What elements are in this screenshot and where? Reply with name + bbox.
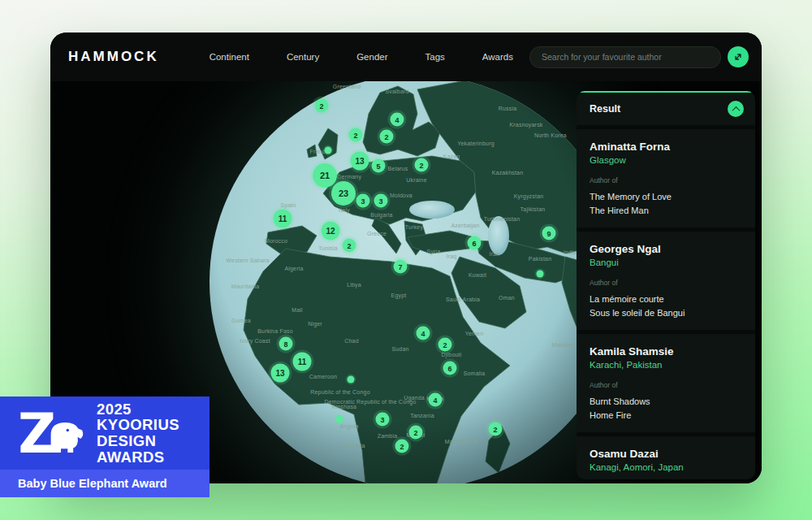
map-marker[interactable]: 13 [271,364,290,383]
author-of-label: Author of [590,176,742,184]
map-marker[interactable]: 13 [351,152,369,171]
map-marker[interactable]: 4 [391,113,404,127]
author-card[interactable]: Georges Ngal Bangui Author of La mémoire… [577,232,755,330]
award-line3: AWARDS [97,449,179,466]
map-marker[interactable]: 12 [322,222,340,240]
map-marker[interactable]: 11 [293,353,312,371]
brand-logo: HAMMOCK [68,49,159,65]
book-title: The Memory of Love [590,190,742,204]
nav-item-awards[interactable]: Awards [482,52,513,62]
map-marker[interactable] [348,376,355,384]
map-marker[interactable]: 6 [468,236,482,250]
page-background: HAMMOCK Continent Century Gender Tags Aw… [0,0,812,520]
map-marker[interactable]: 2 [489,422,503,436]
book-title: Sous le soleil de Bangui [590,306,742,320]
author-location: Karachi, Pakistan [590,360,742,370]
map-marker[interactable] [336,416,343,423]
nav-item-continent[interactable]: Continent [209,52,249,62]
award-year: 2025 [97,401,179,418]
author-of-label: Author of [590,381,742,389]
nav-item-gender[interactable]: Gender [356,52,387,62]
author-card[interactable]: Aminatta Forna Glasgow Author of The Mem… [577,129,755,228]
map-marker[interactable]: 2 [380,130,394,144]
map-marker[interactable] [325,147,332,154]
map-marker[interactable]: 7 [394,260,408,274]
search-input[interactable] [540,51,710,63]
nav-item-tags[interactable]: Tags [425,52,445,62]
author-name: Georges Ngal [590,243,742,255]
nav-menu: Continent Century Gender Tags Awards [209,52,513,62]
map-marker[interactable]: 3 [376,413,390,427]
map-marker[interactable]: 3 [374,194,388,208]
map-marker[interactable]: 8 [279,337,293,351]
author-of-label: Author of [590,279,742,287]
author-card[interactable]: Kamila Shamsie Karachi, Pakistan Author … [577,334,755,432]
map-marker[interactable]: 21 [313,163,337,188]
book-title: Home Fire [590,409,742,422]
results-panel: Result Aminatta Forna Glasgow Author of … [577,91,755,479]
map-marker[interactable]: 2 [415,158,429,172]
award-badge: 2025 KYOORIUS DESIGN AWARDS Baby Blue El… [0,396,209,497]
award-badge-text: 2025 KYOORIUS DESIGN AWARDS [97,401,179,465]
map-marker[interactable]: 2 [438,338,452,352]
elephant-z-logo-icon [18,408,86,458]
search-bar [529,46,721,68]
map-marker[interactable]: 6 [443,362,457,375]
author-card[interactable]: Osamu Dazai Kanagi, Aomori, Japan Author… [577,436,755,479]
author-location: Bangui [590,258,742,267]
top-nav: HAMMOCK Continent Century Gender Tags Aw… [50,32,762,81]
results-title: Result [590,103,620,115]
nav-item-century[interactable]: Century [287,52,319,62]
map-marker[interactable] [537,271,544,278]
chevron-up-icon [732,106,740,114]
map-marker[interactable]: 2 [349,128,363,142]
search-submit-button[interactable] [728,46,749,67]
award-line2: DESIGN [97,433,179,449]
results-header: Result [577,91,755,125]
book-title: The Hired Man [590,204,742,218]
award-line1: KYOORIUS [97,417,179,433]
map-marker[interactable]: 2 [395,440,409,453]
map-marker[interactable]: 4 [429,393,443,407]
book-title: Burnt Shadows [590,395,742,409]
map-marker[interactable]: 23 [331,181,356,206]
map-marker[interactable]: 5 [372,159,386,173]
map-marker[interactable]: 2 [409,426,423,440]
map-marker[interactable]: 2 [343,239,356,253]
author-location: Glasgow [590,155,742,165]
map-marker[interactable]: 11 [274,210,292,228]
map-marker[interactable]: 2 [315,99,329,113]
collapse-results-button[interactable] [728,101,744,117]
book-title: La mémoire courte [590,292,742,306]
author-name: Aminatta Forna [590,141,742,153]
award-badge-main: 2025 KYOORIUS DESIGN AWARDS [0,396,209,470]
diagonal-arrows-icon [733,52,743,62]
author-location: Kanagi, Aomori, Japan [590,462,742,472]
award-name: Baby Blue Elephant Award [0,470,209,497]
map-marker[interactable]: 9 [542,227,556,240]
map-marker[interactable]: 3 [356,194,370,208]
author-name: Osamu Dazai [590,448,742,460]
map-marker[interactable]: 4 [417,327,430,340]
author-name: Kamila Shamsie [590,345,742,358]
